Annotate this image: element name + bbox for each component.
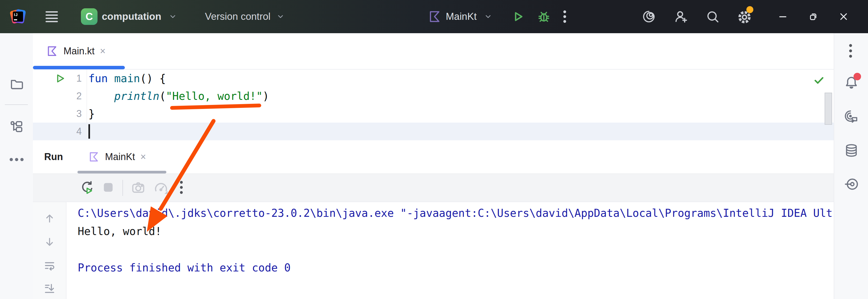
soft-wrap-icon[interactable] (43, 259, 56, 273)
text-caret (88, 124, 90, 139)
tab-options-icon[interactable] (849, 43, 852, 60)
down-arrow-icon[interactable] (43, 236, 56, 249)
up-arrow-icon[interactable] (43, 212, 56, 226)
left-tool-window-bar (0, 33, 33, 299)
code-line: fun main() { (88, 70, 812, 87)
code-line: println("Hello, world!") (88, 87, 812, 105)
console-line (78, 240, 833, 259)
settings-badge (746, 6, 753, 13)
code-line: } (88, 105, 812, 123)
line-number: 4 (66, 123, 82, 140)
minimize-button[interactable] (778, 12, 787, 21)
debug-icon[interactable] (537, 10, 551, 24)
scroll-to-end-icon[interactable] (43, 283, 56, 296)
structure-icon[interactable] (9, 120, 24, 135)
add-user-icon[interactable] (674, 9, 688, 24)
more-tool-windows-icon[interactable] (8, 154, 25, 166)
profiler-gauge-icon[interactable] (154, 180, 168, 196)
gutter-separator (87, 70, 87, 140)
close-run-tab-icon[interactable]: × (141, 152, 146, 162)
close-tab-icon[interactable]: × (100, 46, 105, 56)
gradle-icon[interactable] (844, 177, 859, 193)
code-line (88, 123, 812, 140)
ai-spiral-icon[interactable] (642, 10, 656, 24)
run-tab-label: MainKt (105, 151, 135, 163)
line-number: 2 (66, 87, 82, 105)
more-icon[interactable] (563, 10, 566, 24)
notification-dot (854, 73, 861, 80)
title-bar: IJ C computation Version control MainKt (0, 0, 868, 33)
divider (122, 180, 123, 196)
console-output: C:\Users\david\.jdks\corretto-23.0.2\bin… (78, 204, 833, 277)
close-button[interactable] (839, 12, 848, 22)
project-name: computation (102, 11, 161, 22)
run-console[interactable]: C:\Users\david\.jdks\corretto-23.0.2\bin… (33, 202, 834, 299)
restore-button[interactable] (808, 12, 818, 22)
more-icon[interactable] (180, 180, 183, 196)
snapshot-camera-icon[interactable] (131, 180, 146, 196)
console-line: C:\Users\david\.jdks\corretto-23.0.2\bin… (78, 204, 833, 222)
inspections-ok-icon[interactable] (813, 74, 825, 87)
project-folder-icon[interactable] (9, 76, 24, 92)
run-config-name: MainKt (446, 11, 476, 22)
code-lines: fun main() { println("Hello, world!")} (88, 70, 812, 140)
tab-main-kt[interactable]: Main.kt × (44, 33, 108, 69)
project-widget[interactable]: C computation (81, 0, 177, 33)
console-line: Hello, world! (78, 222, 833, 240)
right-tool-window-bar (834, 33, 868, 299)
vcs-widget[interactable]: Version control (205, 0, 284, 33)
vcs-label: Version control (205, 11, 271, 22)
window-controls (778, 0, 848, 33)
search-icon[interactable] (706, 10, 720, 24)
rerun-icon[interactable] (80, 180, 94, 196)
console-toolbar (33, 202, 66, 299)
ai-chat-icon[interactable] (844, 109, 859, 125)
line-number: 3 (66, 105, 82, 123)
kotlin-config-icon (428, 10, 441, 24)
settings-gear-icon[interactable] (737, 9, 752, 24)
run-toolbar (33, 174, 834, 202)
database-icon[interactable] (844, 143, 859, 159)
run-config-widget[interactable]: MainKt (428, 0, 492, 33)
tab-label: Main.kt (63, 45, 95, 57)
notifications-bell-icon[interactable] (844, 75, 859, 91)
titlebar-right-icons (642, 0, 752, 33)
ide-window: IJ C computation Version control MainKt (0, 0, 868, 299)
run-tool-window-header: Run MainKt × (33, 140, 834, 174)
kotlin-run-icon (88, 151, 100, 163)
main-menu-icon[interactable] (44, 0, 59, 33)
chevron-down-icon (277, 12, 284, 21)
run-icon[interactable] (511, 10, 525, 23)
chevron-down-icon (169, 12, 177, 21)
divider (5, 104, 28, 105)
code-editor[interactable]: 1234 fun main() { println("Hello, world!… (33, 70, 834, 140)
run-tab-indicator (78, 171, 166, 173)
editor-tab-bar: Main.kt × (33, 33, 834, 70)
stop-icon[interactable] (102, 181, 114, 195)
kotlin-file-icon (46, 45, 58, 57)
run-panel-title: Run (44, 140, 63, 173)
run-actions (511, 0, 566, 33)
intellij-logo-icon: IJ (10, 0, 26, 33)
project-avatar: C (81, 8, 97, 25)
run-line-icon[interactable] (54, 73, 66, 85)
run-tab-mainkt[interactable]: MainKt × (88, 140, 146, 173)
chevron-down-icon (484, 12, 492, 21)
line-number: 1 (66, 70, 82, 87)
scrollbar-thumb[interactable] (825, 93, 832, 125)
console-line: Process finished with exit code 0 (78, 259, 833, 277)
active-tab-indicator (33, 66, 125, 69)
